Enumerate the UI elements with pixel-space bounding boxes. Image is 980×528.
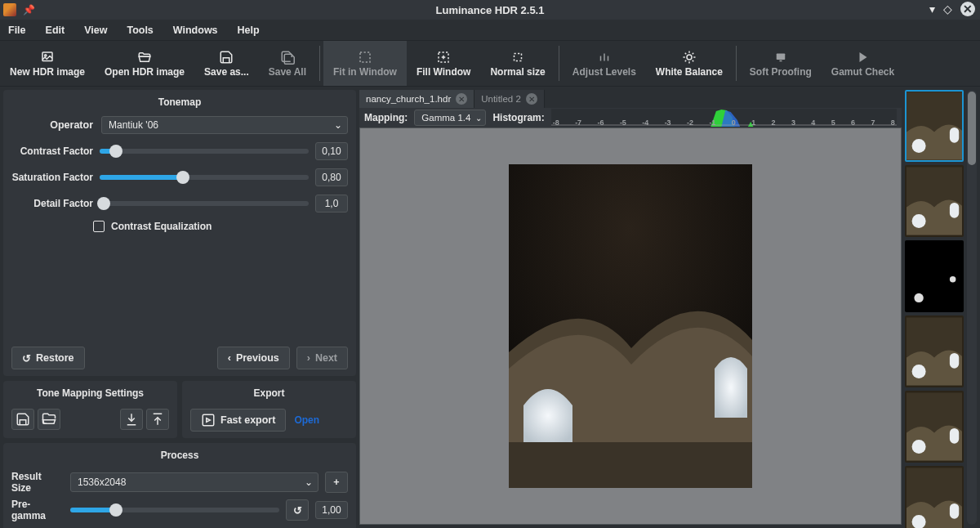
- preview-image: [509, 164, 752, 488]
- svg-rect-8: [203, 414, 214, 426]
- thumbnail-0[interactable]: [905, 90, 964, 162]
- thumbnail-3[interactable]: [905, 315, 964, 387]
- upload-button[interactable]: [146, 409, 169, 430]
- scrollbar-handle[interactable]: [968, 92, 976, 165]
- tonemap-title: Tonemap: [11, 96, 348, 113]
- tab-close-icon[interactable]: ✕: [456, 93, 467, 105]
- adj-lvl-icon: [596, 50, 612, 65]
- slider-thumb[interactable]: [176, 171, 189, 184]
- folder-icon: [42, 412, 56, 427]
- svg-rect-7: [779, 60, 782, 61]
- svg-point-21: [950, 276, 956, 283]
- thumbnail-4[interactable]: [905, 391, 964, 463]
- mapping-value: Gamma 1.4: [421, 113, 470, 123]
- undo-icon: ↺: [22, 352, 31, 365]
- toolbar-save-as[interactable]: Save as...: [194, 41, 259, 86]
- menu-edit[interactable]: Edit: [46, 25, 65, 36]
- close-icon[interactable]: ✕: [960, 2, 975, 16]
- slider-value-0[interactable]: 0,10: [315, 142, 348, 160]
- toolbar-wb[interactable]: White Balance: [646, 41, 733, 86]
- menu-tools[interactable]: Tools: [127, 25, 153, 36]
- gamut-icon: [855, 50, 871, 65]
- process-panel: Process Result Size 1536x2048 ⌄ + Pre-ga…: [3, 443, 356, 528]
- export-panel: Export Fast export Open: [182, 381, 356, 438]
- menu-view[interactable]: View: [84, 25, 107, 36]
- pregamma-slider[interactable]: [70, 508, 279, 512]
- chevron-left-icon: ‹: [228, 352, 231, 364]
- tab-0[interactable]: nancy_church_1.hdr✕: [359, 90, 474, 108]
- slider-thumb[interactable]: [109, 503, 122, 517]
- next-button: › Next: [296, 347, 348, 369]
- reset-pregamma-button[interactable]: ↺: [286, 499, 309, 521]
- settings-title: Tone Mapping Settings: [11, 387, 169, 404]
- toolbar-norm-size[interactable]: Normal size: [480, 41, 555, 86]
- histogram-bar: Mapping: Gamma 1.4 ⌄ Histogram: -8-7-6-5…: [359, 108, 902, 128]
- thumbnails-scrollbar[interactable]: [967, 90, 977, 525]
- slider-2[interactable]: [100, 201, 309, 206]
- thumbnail-5[interactable]: [905, 466, 964, 528]
- histogram[interactable]: -8-7-6-5-4-3-2-1012345678: [551, 109, 897, 127]
- save-as-icon: [218, 50, 234, 65]
- save-settings-button[interactable]: [11, 409, 34, 430]
- toolbar-open-hdr[interactable]: Open HDR image: [95, 41, 194, 86]
- slider-0[interactable]: [100, 149, 309, 154]
- restore-button[interactable]: ↺ Restore: [11, 347, 85, 369]
- thumbnail-1[interactable]: [905, 165, 964, 237]
- process-title: Process: [11, 450, 348, 466]
- maximize-icon[interactable]: ◇: [943, 2, 952, 16]
- export-icon: [201, 413, 216, 427]
- minimize-icon[interactable]: ▾: [929, 2, 935, 16]
- slider-thumb[interactable]: [109, 145, 122, 158]
- mapping-select[interactable]: Gamma 1.4 ⌄: [414, 110, 486, 126]
- previous-button[interactable]: ‹ Previous: [217, 347, 290, 369]
- contrast-eq-checkbox[interactable]: [93, 221, 105, 232]
- svg-point-26: [912, 440, 926, 454]
- chevron-right-icon: ›: [307, 352, 310, 364]
- pin-icon[interactable]: 📌: [23, 4, 35, 16]
- toolbar-soft: Soft Proofing: [740, 41, 822, 86]
- operator-value: Mantiuk '06: [109, 119, 158, 131]
- download-button[interactable]: [120, 409, 143, 430]
- slider-value-2[interactable]: 1,0: [315, 195, 348, 213]
- svg-point-1: [45, 54, 47, 56]
- add-size-button[interactable]: +: [325, 472, 348, 493]
- open-settings-button[interactable]: [38, 409, 60, 430]
- slider-value-1[interactable]: 0,80: [315, 168, 348, 186]
- slider-1[interactable]: [100, 175, 309, 180]
- fast-export-button[interactable]: Fast export: [190, 409, 286, 432]
- mapping-label: Mapping:: [364, 112, 408, 123]
- svg-point-14: [912, 139, 926, 153]
- svg-point-20: [914, 293, 923, 302]
- toolbar-fill-win[interactable]: Fill Window: [407, 41, 481, 86]
- tonemap-settings-panel: Tone Mapping Settings: [3, 381, 177, 438]
- pregamma-value[interactable]: 1,00: [315, 501, 348, 519]
- slider-thumb[interactable]: [97, 197, 110, 210]
- menu-file[interactable]: File: [8, 25, 26, 36]
- result-size-select[interactable]: 1536x2048 ⌄: [70, 472, 318, 492]
- tab-1[interactable]: Untitled 2✕: [474, 90, 545, 108]
- operator-select[interactable]: Mantiuk '06 ⌄: [101, 116, 348, 134]
- menu-help[interactable]: Help: [238, 25, 260, 36]
- toolbar-fit-win: Fit in Window: [323, 41, 407, 86]
- tab-close-icon[interactable]: ✕: [526, 93, 537, 105]
- contrast-eq-label: Contrast Equalization: [111, 221, 212, 232]
- thumbnail-2[interactable]: [905, 240, 964, 312]
- soft-icon: [773, 50, 789, 65]
- slider-label-1: Saturation Factor: [11, 172, 93, 183]
- menubar: FileEditViewToolsWindowsHelp: [0, 20, 980, 41]
- operator-label: Operator: [11, 119, 93, 131]
- svg-rect-30: [950, 503, 959, 519]
- histogram-label: Histogram:: [492, 112, 544, 123]
- preview-canvas[interactable]: [359, 128, 902, 525]
- export-open-link[interactable]: Open: [294, 414, 319, 426]
- fit-win-icon: [357, 50, 373, 65]
- toolbar: New HDR imageOpen HDR imageSave as...Sav…: [0, 41, 980, 87]
- toolbar-adj-lvl: Adjust Levels: [563, 41, 646, 86]
- svg-rect-15: [950, 128, 959, 143]
- window-title: Luminance HDR 2.5.1: [0, 4, 980, 16]
- toolbar-new-hdr[interactable]: New HDR image: [0, 41, 95, 86]
- menu-windows[interactable]: Windows: [173, 25, 218, 36]
- download-icon: [124, 412, 139, 427]
- wb-icon: [681, 50, 697, 65]
- svg-rect-2: [360, 52, 370, 62]
